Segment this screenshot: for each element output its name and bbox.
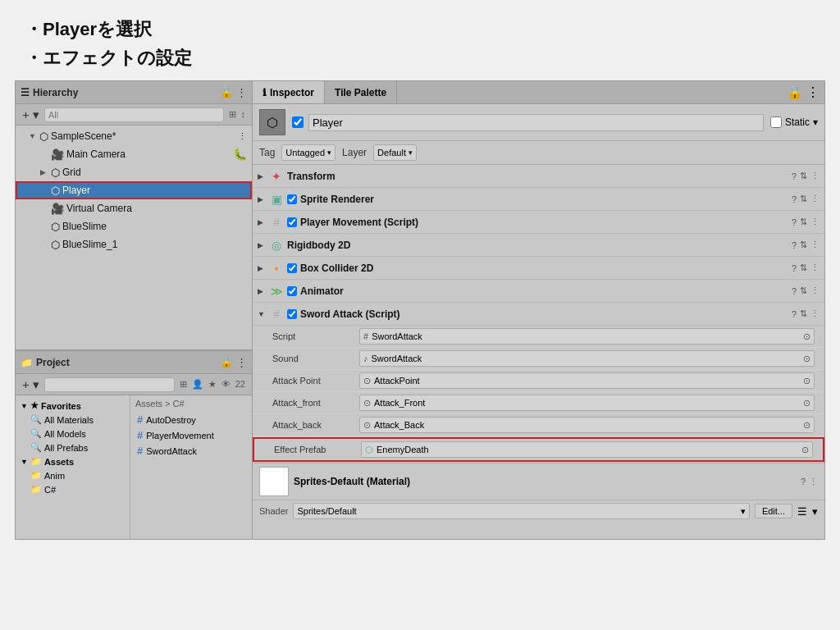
- help-icon[interactable]: ?: [792, 217, 797, 227]
- project-search-input[interactable]: [44, 377, 175, 392]
- script-icon: #: [269, 216, 284, 229]
- favorites-all-models[interactable]: 🔍 All Models: [16, 427, 130, 441]
- tab-inspector[interactable]: ℹ Inspector: [253, 81, 325, 103]
- project-search-icon2[interactable]: 👤: [190, 379, 205, 390]
- more-icon[interactable]: ⋮: [810, 262, 819, 273]
- effect-prefab-target-btn[interactable]: ⊙: [801, 445, 809, 455]
- file-label: SwordAttack: [146, 446, 197, 456]
- attack-point-value: ⊙ AttackPoint ⊙: [359, 372, 815, 389]
- help-icon[interactable]: ?: [792, 194, 797, 204]
- asset-file-autodestroy[interactable]: # AutoDestroy: [135, 412, 247, 427]
- more-icon[interactable]: ⋮: [810, 171, 819, 181]
- more-icon[interactable]: ⋮: [810, 285, 819, 296]
- project-lock-icon[interactable]: 🔒: [220, 356, 233, 368]
- hierarchy-item-player[interactable]: ⬡ Player: [16, 181, 252, 199]
- scene-arrow: ▼: [29, 132, 37, 140]
- assets-anim[interactable]: 📁 Anim: [16, 468, 130, 482]
- component-player-movement[interactable]: ▶ # Player Movement (Script) ? ⇅ ⋮: [253, 211, 824, 234]
- shader-dropdown[interactable]: Sprites/Default ▾: [293, 503, 749, 519]
- animator-checkbox[interactable]: [287, 286, 297, 296]
- help-icon[interactable]: ?: [792, 286, 797, 296]
- sword-attack-checkbox[interactable]: [287, 309, 297, 319]
- settings-icon[interactable]: ⇅: [800, 171, 807, 181]
- attack-point-target-btn[interactable]: ⊙: [803, 376, 810, 386]
- favorites-section[interactable]: ▼ ★ Favorites: [16, 399, 130, 413]
- help-icon[interactable]: ?: [792, 309, 797, 319]
- project-search-icon4[interactable]: 👁: [220, 379, 232, 390]
- hierarchy-search-sort-icon[interactable]: ↕: [240, 109, 248, 120]
- hierarchy-panel: ☰ Hierarchy 🔒 ⋮ + ▾ ⊞ ↕ ▼: [16, 81, 252, 350]
- project-add-button[interactable]: + ▾: [21, 377, 41, 392]
- shader-edit-button[interactable]: Edit...: [755, 504, 792, 518]
- script-target-btn[interactable]: ⊙: [803, 331, 810, 342]
- scene-root-item[interactable]: ▼ ⬡ SampleScene* ⋮: [16, 127, 252, 145]
- component-animator[interactable]: ▶ ≫ Animator ? ⇅ ⋮: [253, 280, 824, 303]
- inspector-lock-icon[interactable]: 🔒: [787, 84, 803, 100]
- assets-section[interactable]: ▼ 📁 Assets: [16, 454, 130, 468]
- favorites-all-materials[interactable]: 🔍 All Materials: [16, 413, 130, 427]
- favorites-icon: ★: [30, 400, 39, 411]
- attack-back-target-btn[interactable]: ⊙: [803, 420, 810, 431]
- hierarchy-lock-icon[interactable]: 🔒: [220, 86, 233, 98]
- more-icon[interactable]: ⋮: [810, 217, 819, 227]
- settings-icon[interactable]: ⇅: [800, 262, 807, 273]
- material-more-icon[interactable]: ⋮: [809, 477, 818, 487]
- settings-icon[interactable]: ⇅: [800, 194, 807, 204]
- component-sword-attack[interactable]: ▼ # Sword Attack (Script) ? ⇅ ⋮: [253, 303, 824, 326]
- shader-expand-icon[interactable]: ▾: [812, 505, 818, 518]
- asset-file-playermovement[interactable]: # PlayerMovement: [135, 427, 247, 443]
- boxcollider-checkbox[interactable]: [287, 263, 297, 273]
- layer-dropdown[interactable]: Default ▾: [373, 144, 417, 161]
- hierarchy-item-grid[interactable]: ▶ ⬡ Grid: [16, 163, 252, 181]
- settings-icon[interactable]: ⇅: [800, 285, 807, 296]
- settings-icon[interactable]: ⇅: [800, 308, 807, 319]
- inspector-more-icon[interactable]: ⋮: [806, 84, 819, 100]
- more-icon[interactable]: ⋮: [810, 240, 819, 250]
- component-rigidbody2d[interactable]: ▶ ◎ Rigidbody 2D ? ⇅ ⋮: [253, 234, 824, 257]
- tag-dropdown[interactable]: Untagged ▾: [281, 144, 336, 161]
- scene-options-icon[interactable]: ⋮: [238, 131, 247, 142]
- shader-list-icon[interactable]: ☰: [797, 505, 807, 518]
- sprite-renderer-checkbox[interactable]: [287, 194, 297, 204]
- project-more-icon[interactable]: ⋮: [236, 356, 247, 368]
- layer-value: Default: [377, 148, 406, 158]
- hierarchy-item-virtual-camera[interactable]: 🎥 Virtual Camera: [16, 199, 252, 217]
- asset-file-swordattack[interactable]: # SwordAttack: [135, 443, 247, 459]
- hierarchy-item-blueslime1[interactable]: ⬡ BlueSlime_1: [16, 235, 252, 253]
- field-attack-point: Attack Point ⊙ AttackPoint ⊙: [253, 370, 824, 392]
- project-search-icon3[interactable]: ★: [207, 379, 218, 390]
- help-icon[interactable]: ?: [792, 263, 797, 273]
- attack-front-target-btn[interactable]: ⊙: [803, 398, 810, 409]
- component-transform[interactable]: ▶ ✦ Transform ? ⇅ ⋮: [253, 165, 824, 188]
- attack-front-value: ⊙ Attack_Front ⊙: [359, 395, 815, 411]
- component-sprite-renderer[interactable]: ▶ ▣ Sprite Renderer ? ⇅ ⋮: [253, 188, 824, 211]
- more-icon[interactable]: ⋮: [810, 308, 819, 319]
- favorites-all-prefabs[interactable]: 🔍 All Prefabs: [16, 441, 130, 454]
- help-icon[interactable]: ?: [792, 171, 797, 181]
- hierarchy-search-input[interactable]: [44, 107, 224, 122]
- help-icon[interactable]: ?: [792, 240, 797, 250]
- settings-icon[interactable]: ⇅: [800, 217, 807, 227]
- hierarchy-more-icon[interactable]: ⋮: [236, 86, 247, 98]
- material-help-icon[interactable]: ?: [801, 477, 806, 487]
- hierarchy-item-blueslime[interactable]: ⬡ BlueSlime: [16, 217, 252, 235]
- static-checkbox[interactable]: [770, 116, 782, 128]
- hierarchy-add-button[interactable]: + ▾: [21, 107, 41, 122]
- hierarchy-search-filter-icon[interactable]: ⊞: [227, 109, 238, 120]
- sound-field-label: Sound: [272, 354, 354, 363]
- more-icon[interactable]: ⋮: [810, 194, 819, 204]
- attack-point-text: AttackPoint: [374, 376, 420, 386]
- gameobject-icon: ⬡: [259, 109, 285, 135]
- gameobject-name-input[interactable]: [308, 114, 764, 131]
- settings-icon[interactable]: ⇅: [800, 240, 807, 250]
- assets-csharp[interactable]: 📁 C#: [16, 482, 130, 496]
- sound-target-btn[interactable]: ⊙: [803, 354, 810, 364]
- label: C#: [44, 485, 56, 495]
- project-search-icon1[interactable]: ⊞: [178, 379, 189, 390]
- hierarchy-item-main-camera[interactable]: 🎥 Main Camera 🐛: [16, 145, 252, 163]
- tab-tile-palette[interactable]: Tile Palette: [325, 81, 397, 103]
- gameobject-active-checkbox[interactable]: [292, 116, 304, 128]
- component-boxcollider2d[interactable]: ▶ ▪ Box Collider 2D ? ⇅ ⋮: [253, 257, 824, 280]
- player-movement-checkbox[interactable]: [287, 217, 297, 227]
- static-dropdown-arrow[interactable]: ▾: [813, 116, 818, 128]
